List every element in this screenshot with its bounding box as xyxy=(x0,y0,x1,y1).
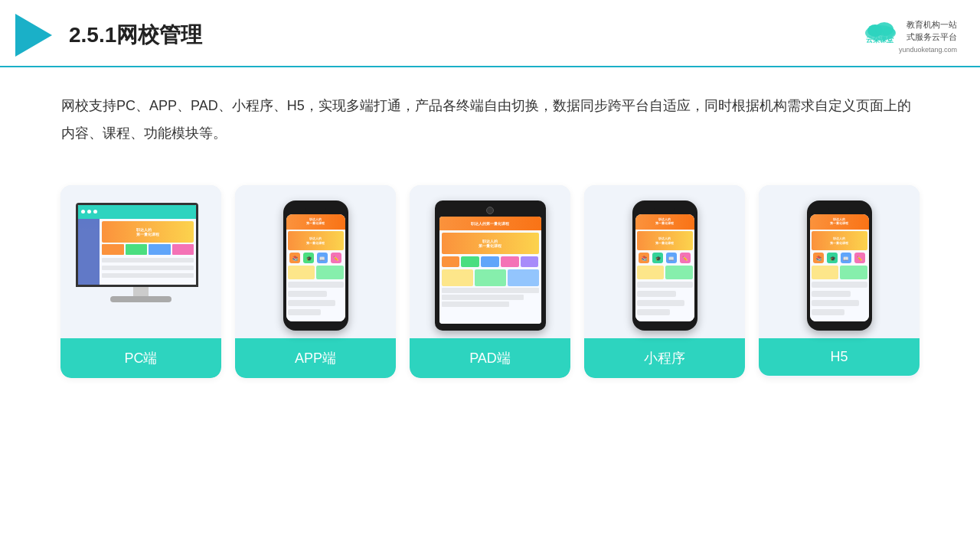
card-h5-label: H5 xyxy=(759,338,920,376)
description-text: 网校支持PC、APP、PAD、小程序、H5，实现多端打通，产品各终端自由切换，数… xyxy=(0,67,980,162)
brand-tagline1: 教育机构一站 xyxy=(906,18,957,31)
card-app: 职达人的第一量化课程 职达人的第一量化课程 📚 🎓 📖 ✏️ xyxy=(235,185,396,378)
card-miniapp-image: 职达人的第一量化课程 职达人的第一量化课程 📚 🎓 📖 ✏️ xyxy=(584,185,745,338)
logo-triangle-icon xyxy=(15,14,52,57)
card-pad: 职达人的第一量化课程 职达人的第一量化课程 xyxy=(410,185,570,378)
brand-top: 云朵课堂 教育机构一站 式服务云平台 xyxy=(860,18,957,44)
brand-tagline2: 式服务云平台 xyxy=(906,31,957,44)
cloud-icon: 云朵课堂 xyxy=(860,18,902,44)
pc-mockup: 职达人的第一量化课程 xyxy=(76,203,206,329)
card-miniapp: 职达人的第一量化课程 职达人的第一量化课程 📚 🎓 📖 ✏️ xyxy=(584,185,745,378)
h5-phone-mockup: 职达人的第一量化课程 职达人的第一量化课程 📚 🎓 📖 ✏️ xyxy=(807,201,872,331)
card-miniapp-label: 小程序 xyxy=(584,338,745,378)
card-h5: 职达人的第一量化课程 职达人的第一量化课程 📚 🎓 📖 ✏️ xyxy=(759,185,920,378)
svg-text:云朵课堂: 云朵课堂 xyxy=(866,36,894,44)
page-title: 2.5.1网校管理 xyxy=(69,21,202,50)
brand-url: yunduoketang.com xyxy=(899,46,957,54)
cards-container: 职达人的第一量化课程 xyxy=(0,170,980,393)
brand-logo: 云朵课堂 教育机构一站 式服务云平台 yunduoketang.com xyxy=(860,18,957,54)
card-pc-image: 职达人的第一量化课程 xyxy=(60,185,221,338)
card-pad-image: 职达人的第一量化课程 职达人的第一量化课程 xyxy=(410,185,570,338)
tablet-mockup: 职达人的第一量化课程 职达人的第一量化课程 xyxy=(435,201,546,331)
header: 2.5.1网校管理 云朵课堂 教育机构一站 式服务云平台 yunduoketan… xyxy=(0,0,980,67)
miniapp-phone-mockup: 职达人的第一量化课程 职达人的第一量化课程 📚 🎓 📖 ✏️ xyxy=(632,201,697,331)
card-app-image: 职达人的第一量化课程 职达人的第一量化课程 📚 🎓 📖 ✏️ xyxy=(235,185,396,338)
card-pad-label: PAD端 xyxy=(410,338,570,378)
brand-right-text: 教育机构一站 式服务云平台 xyxy=(906,18,957,44)
card-app-label: APP端 xyxy=(235,338,396,378)
card-h5-image: 职达人的第一量化课程 职达人的第一量化课程 📚 🎓 📖 ✏️ xyxy=(759,185,920,338)
card-pc-label: PC端 xyxy=(60,338,221,378)
header-left: 2.5.1网校管理 xyxy=(15,14,202,57)
card-pc: 职达人的第一量化课程 xyxy=(60,185,221,378)
app-phone-mockup: 职达人的第一量化课程 职达人的第一量化课程 📚 🎓 📖 ✏️ xyxy=(283,201,348,331)
